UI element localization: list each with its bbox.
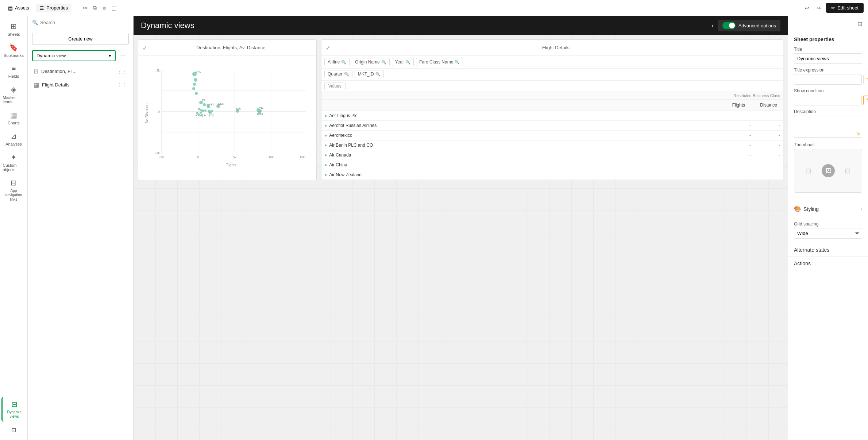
header-right: ‹ Advanced options [711, 20, 780, 31]
title-input[interactable] [794, 53, 862, 64]
svg-point-48 [197, 113, 200, 115]
advanced-options-toggle[interactable]: Advanced options [718, 20, 780, 31]
table-row[interactable]: ● Aeromexico - - [321, 131, 783, 140]
values-row: Values [321, 81, 783, 92]
title-expression-label: Title expression [794, 67, 862, 73]
list-item[interactable]: ⊡ Destination, Fli... ⋮⋮ [29, 65, 132, 78]
flights-value: - [722, 172, 751, 177]
table-icon: ▦ [34, 81, 39, 88]
export-icon[interactable]: ⤢ [143, 45, 147, 51]
sidebar-item-label: App navigation links [3, 189, 25, 202]
canvas-area: Dynamic views ‹ Advanced options ⤢ Des [134, 16, 788, 440]
filter-mkt-id[interactable]: MKT_ID 🔍 [355, 70, 384, 78]
show-condition-input[interactable] [794, 95, 862, 105]
sidebar-item-custom-objects[interactable]: ✦ Custom objects [1, 150, 26, 175]
sidebar-item-fields[interactable]: ≡ Fields [1, 61, 26, 81]
svg-text:-2k: -2k [155, 151, 160, 155]
table-filters: Airline 🔍 Origin Name 🔍 Year 🔍 Fare [321, 56, 783, 69]
list-item[interactable]: ▦ Flight Details ⋮⋮ [29, 78, 132, 91]
filter-origin-name[interactable]: Origin Name 🔍 [352, 58, 389, 66]
thumbnail-upload-button[interactable]: 🖼 [822, 164, 835, 177]
tab-assets[interactable]: ▤ Assets [4, 4, 33, 12]
flight-details-panel: ⤢ Flight Details Airline 🔍 Origin Name 🔍 [321, 39, 783, 180]
filter-quarter[interactable]: Quarter 🔍 [324, 70, 352, 78]
svg-text:HNL: HNL [258, 106, 264, 109]
description-row: fx [794, 116, 862, 139]
drag-handle-icon[interactable]: ⋮⋮ [117, 82, 127, 88]
drag-handle-icon[interactable]: ⋮⋮ [117, 69, 127, 74]
show-condition-fx-button[interactable]: fx [863, 96, 868, 105]
sidebar-item-bookmarks[interactable]: 🔖 Bookmarks [1, 40, 26, 61]
sidebar-item-sheets[interactable]: ⊞ Sheets [1, 19, 26, 39]
sidebar-item-app-nav[interactable]: ⊟ App navigation links [1, 175, 26, 205]
redo-button[interactable]: ↪ [814, 4, 823, 12]
actions-section: Actions [788, 257, 868, 270]
sidebar-item-label: Sheets [7, 32, 20, 36]
title-label: Title [794, 47, 862, 52]
edit-sheet-label: Edit sheet [837, 5, 859, 11]
filter-airline[interactable]: Airline 🔍 [324, 58, 350, 66]
toolbar-actions: ✂ ⧉ ⧈ ⬚ [81, 3, 119, 12]
copy-button[interactable]: ⧉ [91, 3, 99, 12]
table-title: Flight Details [333, 45, 779, 50]
svg-point-19 [192, 87, 195, 90]
toolbar: ▤ Assets ☰ Properties ✂ ⧉ ⧈ ⬚ ↩ ↪ ✏ Edit… [0, 0, 868, 16]
svg-point-23 [203, 103, 206, 106]
y-axis-label: Av. Distance [145, 103, 149, 124]
master-items-icon: ◈ [11, 85, 16, 94]
sidebar-bottom-icon[interactable]: ⊡ [11, 422, 16, 437]
airline-name: Air China [329, 162, 722, 167]
filter-label: Year [395, 59, 404, 65]
table-row[interactable]: ● Aer Lingus Plc - - [321, 111, 783, 121]
distance-value: - [751, 133, 780, 138]
svg-text:BFL: BFL [196, 70, 201, 73]
cut-button[interactable]: ✂ [81, 3, 89, 12]
more-options-button[interactable]: ⋯ [117, 51, 129, 61]
paste-button[interactable]: ⧈ [100, 3, 108, 12]
table-row[interactable]: ● Aeroflot Russian Airlines - - [321, 121, 783, 131]
filter-search-icon: 🔍 [341, 60, 346, 65]
scatter-svg: Av. Distance Flights 2k 0 -2k -5k [141, 59, 313, 168]
title-expression-fx-button[interactable]: fx [863, 75, 868, 84]
sidebar-item-master-items[interactable]: ◈ Master items [1, 82, 26, 107]
edit-sheet-button[interactable]: ✏ Edit sheet [826, 3, 864, 13]
filter-fare-class[interactable]: Fare Class Name 🔍 [416, 58, 463, 66]
upload-icon: 🖼 [825, 167, 831, 174]
chart-header: ⤢ Destination, Flights, Av. Distance [138, 40, 316, 56]
sidebar-item-analyses[interactable]: ⊿ Analyses [1, 129, 26, 149]
tab-properties[interactable]: ☰ Properties [36, 4, 72, 12]
filter-label: Airline [328, 59, 340, 65]
airline-name: Air New Zealand [329, 172, 722, 177]
dynamic-view-dropdown[interactable]: Dynamic view ▾ [32, 50, 116, 61]
duplicate-button[interactable]: ⬚ [109, 3, 119, 12]
filter-year[interactable]: Year 🔍 [392, 58, 414, 66]
table-row[interactable]: ● Air China - - [321, 160, 783, 170]
chart-title: Destination, Flights, Av. Distance [150, 45, 312, 50]
filter-search-icon: 🔍 [455, 60, 460, 65]
table-row[interactable]: ● Air New Zealand - - [321, 170, 783, 180]
description-textarea[interactable] [794, 116, 862, 138]
layout-icon[interactable]: ⊟ [857, 20, 862, 27]
description-fx-button[interactable]: fx [857, 131, 860, 136]
search-input[interactable] [40, 20, 129, 25]
undo-button[interactable]: ↩ [803, 4, 811, 12]
create-new-button[interactable]: Create new [32, 33, 129, 45]
svg-point-20 [195, 92, 198, 95]
sidebar-item-dynamic-views[interactable]: ⊟ Dynamic views [1, 397, 26, 422]
styling-row[interactable]: 🎨 Styling › [788, 201, 868, 217]
table-row[interactable]: ● Air Canada - - [321, 150, 783, 160]
advanced-options-label: Advanced options [738, 23, 776, 28]
sidebar-item-charts[interactable]: ▦ Charts [1, 108, 26, 128]
collapse-button[interactable]: ‹ [711, 22, 713, 29]
table-row[interactable]: ● Air Berlin PLC and CO - - [321, 140, 783, 150]
toggle-knob [729, 23, 735, 28]
table-filters-row2: Quarter 🔍 MKT_ID 🔍 [321, 69, 783, 81]
col-header-distance: Distance [751, 101, 780, 109]
grid-spacing-select[interactable]: Narrow Medium Wide [794, 228, 862, 239]
main-layout: ⊞ Sheets 🔖 Bookmarks ≡ Fields ◈ Master i… [0, 16, 868, 440]
title-expression-input[interactable] [794, 74, 862, 85]
flights-value: - [722, 123, 751, 128]
toggle-switch[interactable] [722, 22, 736, 29]
sidebar-item-label: Custom objects [3, 163, 25, 172]
export-icon[interactable]: ⤢ [326, 45, 330, 51]
